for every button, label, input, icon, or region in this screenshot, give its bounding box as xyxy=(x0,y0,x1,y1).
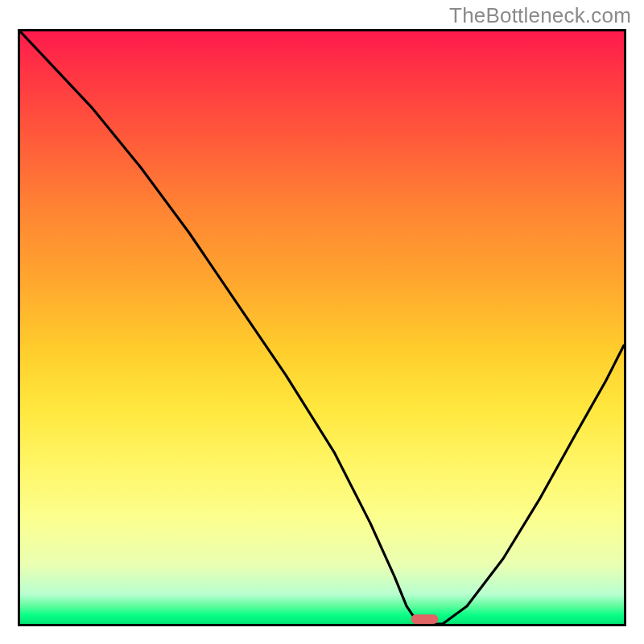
chart-container: TheBottleneck.com xyxy=(0,0,644,644)
watermark-text: TheBottleneck.com xyxy=(449,3,631,28)
curve-svg xyxy=(20,31,624,624)
plot-area xyxy=(18,29,626,626)
optimal-marker xyxy=(411,614,439,624)
bottleneck-curve xyxy=(20,31,624,624)
